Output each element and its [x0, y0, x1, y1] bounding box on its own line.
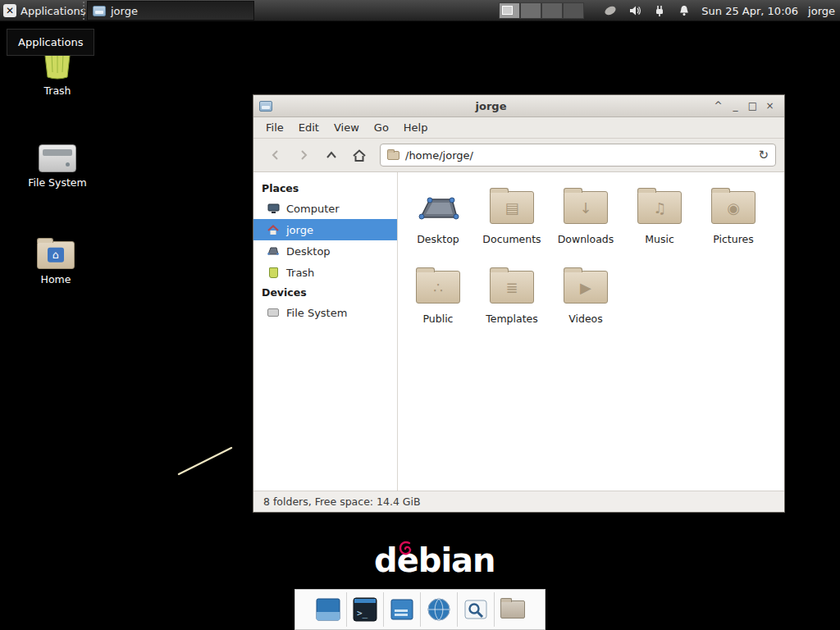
show-desktop-button[interactable]	[310, 591, 346, 628]
menu-file[interactable]: File	[258, 118, 291, 137]
applications-menu-button[interactable]: ✕ Applications	[0, 0, 92, 21]
file-item-templates[interactable]: ≣ Templates	[475, 262, 549, 341]
up-button[interactable]	[317, 143, 345, 167]
workspace-1[interactable]	[499, 2, 520, 19]
menu-help[interactable]: Help	[396, 118, 436, 137]
notifications-bell-icon[interactable]	[677, 3, 692, 18]
reload-icon[interactable]: ↻	[758, 148, 769, 162]
back-button[interactable]	[262, 143, 290, 167]
forward-button[interactable]	[290, 143, 317, 167]
sidebar-item-label: Trash	[286, 267, 314, 279]
dock: >_	[294, 589, 546, 630]
desktop-folder-icon	[416, 189, 460, 226]
path-folder-icon	[387, 151, 399, 160]
app-finder-launcher[interactable]	[458, 591, 494, 628]
applications-tooltip: Applications	[7, 29, 94, 56]
folder-icon: ♫	[637, 191, 682, 224]
sidebar-item-filesystem[interactable]: File System	[253, 302, 397, 323]
power-plug-icon[interactable]	[652, 3, 667, 18]
show-desktop-icon	[316, 597, 340, 622]
file-item-public[interactable]: ∴ Public	[401, 262, 475, 341]
panel-username[interactable]: jorge	[808, 5, 835, 17]
sidebar-item-desktop[interactable]: Desktop	[253, 240, 397, 262]
home-button[interactable]	[345, 143, 373, 167]
file-manager-window: jorge ^ _ □ × File Edit View Go Help /ho…	[253, 94, 785, 513]
devices-header: Devices	[253, 283, 397, 302]
trash-icon	[267, 267, 280, 278]
sidebar-item-label: Desktop	[286, 245, 331, 258]
minimize-button[interactable]: _	[727, 96, 744, 116]
desktop-icon-filesystem[interactable]: File System	[23, 138, 92, 189]
browser-globe-icon	[427, 597, 451, 622]
sidebar-item-label: Computer	[286, 203, 340, 215]
folder-icon: ↓	[564, 191, 608, 224]
volume-icon[interactable]	[628, 3, 642, 18]
sidebar-item-jorge[interactable]: jorge	[253, 219, 397, 240]
desktop-icon-label: Home	[41, 273, 71, 285]
file-label: Public	[423, 313, 454, 325]
file-manager-launcher[interactable]	[495, 591, 531, 628]
computer-icon	[267, 203, 280, 214]
taskbar-button-jorge[interactable]: jorge	[87, 1, 254, 21]
debian-wordmark: debian	[374, 541, 495, 579]
file-item-downloads[interactable]: ↓ Downloads	[549, 182, 623, 262]
menu-view[interactable]: View	[326, 118, 367, 137]
file-view[interactable]: Desktop ▤ Documents ↓ Downloads ♫ Music …	[398, 172, 784, 491]
folder-icon: ∴	[416, 271, 460, 304]
titlebar[interactable]: jorge ^ _ □ ×	[253, 95, 784, 117]
desktop-icon-home[interactable]: ⌂ Home	[21, 236, 90, 285]
menu-edit[interactable]: Edit	[291, 118, 326, 137]
sidebar-item-label: File System	[286, 307, 347, 319]
folder-icon: ≣	[490, 271, 534, 304]
mouse-icon[interactable]	[603, 3, 618, 18]
window-list-icon	[390, 597, 414, 622]
menu-go[interactable]: Go	[367, 118, 396, 137]
folder-icon	[500, 600, 525, 619]
close-button[interactable]: ×	[761, 96, 778, 116]
file-label: Videos	[568, 313, 603, 325]
file-item-pictures[interactable]: ◉ Pictures	[696, 182, 770, 262]
workspace-4[interactable]	[563, 2, 584, 19]
applications-icon: ✕	[3, 4, 16, 17]
workspace-2[interactable]	[520, 2, 541, 19]
folder-icon: ▶	[564, 271, 608, 304]
debian-swirl-icon	[398, 540, 414, 556]
house-icon: ⌂	[48, 248, 64, 262]
file-item-documents[interactable]: ▤ Documents	[475, 182, 549, 262]
path-bar[interactable]: /home/jorge/ ↻	[380, 144, 776, 167]
sidebar: Places Computer jorge Desktop	[253, 172, 398, 491]
file-label: Pictures	[713, 233, 754, 245]
web-browser-launcher[interactable]	[421, 591, 457, 628]
debian-logo: debian	[374, 541, 495, 579]
status-bar: 8 folders, Free space: 14.4 GiB	[253, 491, 784, 512]
shade-button[interactable]: ^	[710, 96, 727, 116]
desktop-icon-label: File System	[28, 176, 87, 189]
taskbar-button-label: jorge	[111, 5, 138, 17]
home-folder-icon: ⌂	[37, 241, 75, 269]
sidebar-item-trash[interactable]: Trash	[253, 262, 397, 283]
terminal-icon: >_	[353, 597, 377, 622]
file-label: Templates	[486, 313, 538, 325]
file-label: Documents	[482, 233, 541, 245]
clock[interactable]: Sun 25 Apr, 10:06	[701, 5, 798, 17]
panel-handle	[83, 2, 84, 20]
terminal-launcher[interactable]: >_	[347, 591, 383, 628]
file-item-music[interactable]: ♫ Music	[623, 182, 696, 262]
workspace-3[interactable]	[541, 2, 563, 19]
path-input[interactable]: /home/jorge/	[405, 149, 752, 162]
magnifier-icon	[463, 597, 488, 622]
file-item-desktop[interactable]: Desktop	[401, 182, 475, 262]
window-icon	[259, 101, 272, 112]
maximize-button[interactable]: □	[744, 96, 761, 116]
workspace-switcher[interactable]	[499, 2, 584, 19]
home-icon	[267, 225, 280, 235]
places-header: Places	[253, 179, 397, 198]
settings-launcher[interactable]	[384, 591, 420, 628]
desktop-icon-label: Trash	[43, 84, 71, 97]
file-label: Desktop	[417, 233, 459, 245]
system-tray: Sun 25 Apr, 10:06 jorge	[603, 0, 835, 21]
window-title: jorge	[272, 100, 710, 112]
status-text: 8 folders, Free space: 14.4 GiB	[263, 495, 421, 508]
sidebar-item-computer[interactable]: Computer	[253, 198, 397, 219]
file-item-videos[interactable]: ▶ Videos	[549, 262, 623, 341]
